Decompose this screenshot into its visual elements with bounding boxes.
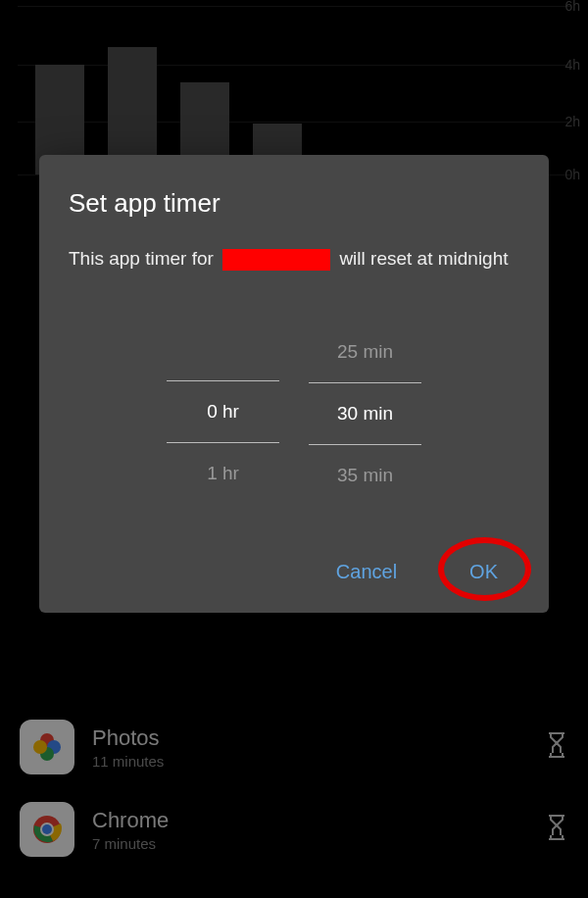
mins-current[interactable]: 30 min <box>309 382 421 445</box>
hours-next: 1 hr <box>167 443 279 504</box>
mins-next: 35 min <box>309 445 421 506</box>
dialog-title: Set app timer <box>69 188 519 219</box>
modal-overlay: Set app timer This app timer for will re… <box>0 0 588 898</box>
mins-prev: 25 min <box>309 322 421 382</box>
hours-current[interactable]: 0 hr <box>167 380 279 443</box>
ok-button[interactable]: OK <box>458 555 510 589</box>
time-picker[interactable]: 0 hr 1 hr 25 min 30 min 35 min <box>69 322 519 506</box>
desc-suffix: will reset at midnight <box>339 248 508 269</box>
redacted-app-name <box>222 249 330 271</box>
hours-prev <box>167 322 279 380</box>
cancel-button[interactable]: Cancel <box>324 555 409 589</box>
dialog-actions: Cancel OK <box>69 555 519 589</box>
hours-picker-column[interactable]: 0 hr 1 hr <box>167 322 279 506</box>
dialog-description: This app timer for will reset at midnigh… <box>69 246 519 273</box>
desc-prefix: This app timer for <box>69 248 214 269</box>
set-app-timer-dialog: Set app timer This app timer for will re… <box>39 155 549 613</box>
minutes-picker-column[interactable]: 25 min 30 min 35 min <box>309 322 421 506</box>
